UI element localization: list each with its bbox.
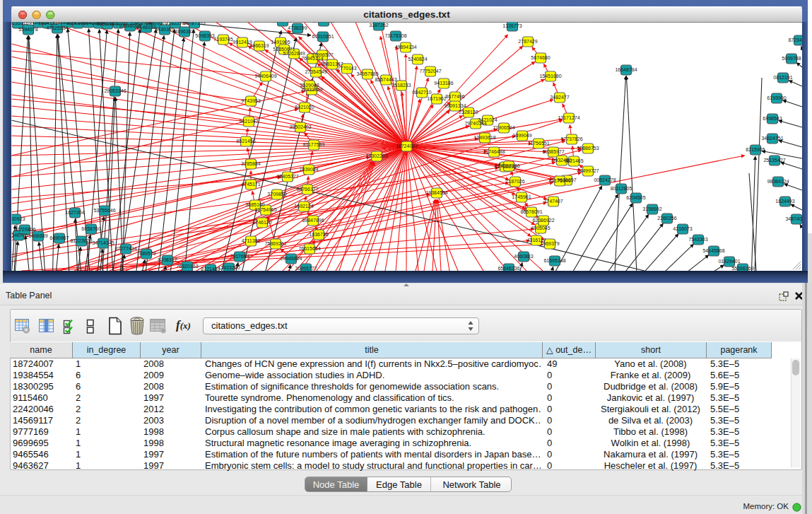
svg-text:13171274: 13171274 [558,115,579,120]
svg-text:62386922: 62386922 [532,218,554,223]
svg-text:0842710: 0842710 [412,90,431,95]
svg-text:5430391: 5430391 [155,27,174,32]
svg-text:01429401: 01429401 [718,259,740,264]
svg-text:9421047: 9421047 [239,119,258,124]
svg-text:6998543: 6998543 [763,116,782,121]
svg-text:8148932: 8148932 [136,25,155,30]
svg-text:7770143: 7770143 [337,66,356,71]
svg-text:7182278: 7182278 [165,21,184,25]
svg-text:76615654: 76615654 [298,246,320,251]
svg-text:81177589: 81177589 [303,142,325,147]
svg-text:71756551: 71756551 [527,141,549,146]
svg-text:29053346: 29053346 [104,88,126,93]
svg-text:1491905: 1491905 [271,40,290,45]
svg-text:4005045: 4005045 [531,226,550,230]
svg-text:7839084: 7839084 [299,167,318,172]
svg-text:3482477: 3482477 [550,95,569,100]
svg-text:53755646: 53755646 [93,208,115,213]
svg-text:55886753: 55886753 [577,146,599,151]
svg-text:5466889: 5466889 [28,233,47,238]
svg-text:76320163: 76320163 [176,264,198,269]
svg-text:7346706: 7346706 [8,233,28,238]
svg-text:96405377: 96405377 [276,174,298,179]
svg-text:23302203: 23302203 [365,153,387,158]
svg-text:6658760: 6658760 [81,226,100,231]
svg-text:81223623: 81223623 [70,238,92,243]
svg-text:8708317: 8708317 [158,257,177,262]
svg-text:80112805: 80112805 [611,186,632,191]
svg-text:34714345: 34714345 [92,240,114,245]
svg-text:7917693: 7917693 [230,254,249,259]
svg-text:3747407: 3747407 [543,199,563,204]
svg-text:6690967: 6690967 [49,235,69,240]
svg-text:27354549: 27354549 [305,69,326,74]
svg-text:37996507: 37996507 [311,52,333,57]
svg-text:18724007: 18724007 [396,144,418,148]
svg-text:74367136: 74367136 [498,163,519,168]
svg-text:71906594: 71906594 [493,125,514,130]
svg-text:2260256: 2260256 [657,216,676,221]
svg-text:86578091: 86578091 [520,209,542,214]
svg-text:5674680: 5674680 [531,55,550,60]
svg-text:57262849: 57262849 [283,51,305,56]
svg-text:55698169: 55698169 [731,266,753,271]
svg-text:2328120: 2328120 [459,110,478,115]
svg-text:32931839: 32931839 [300,87,322,92]
svg-text:1746120: 1746120 [252,220,271,225]
svg-text:13433200: 13433200 [218,265,240,270]
svg-text:60385977: 60385977 [542,149,564,154]
svg-text:5009788: 5009788 [782,56,801,61]
svg-text:1034131: 1034131 [38,21,57,25]
svg-text:28809570: 28809570 [146,21,167,25]
svg-text:1031051: 1031051 [273,18,292,23]
svg-text:61595148: 61595148 [543,258,565,263]
svg-text:2787429: 2787429 [518,39,537,44]
svg-text:2421024: 2421024 [478,117,497,122]
svg-text:4738299: 4738299 [288,25,307,30]
svg-text:3685160: 3685160 [245,202,264,207]
svg-text:16648784: 16648784 [615,67,637,72]
svg-text:3387262: 3387262 [369,23,388,28]
svg-text:5098393: 5098393 [195,33,214,38]
svg-text:7543303: 7543303 [688,237,707,242]
svg-text:0812191: 0812191 [773,75,792,80]
svg-text:7889579: 7889579 [136,251,155,256]
svg-text:37631165: 37631165 [313,18,335,23]
svg-text:13493618: 13493618 [473,135,495,140]
svg-text:49894134: 49894134 [394,45,416,49]
svg-text:00524278: 00524278 [594,177,616,182]
svg-text:34957885: 34957885 [356,71,378,76]
svg-text:8215955: 8215955 [746,147,765,152]
svg-text:25135427: 25135427 [763,158,785,163]
svg-text:00766177: 00766177 [296,187,318,192]
svg-text:4966319: 4966319 [249,43,269,48]
svg-text:4060883: 4060883 [514,254,533,259]
svg-text:98084124: 98084124 [767,179,789,184]
svg-text:1836736: 1836736 [309,232,328,237]
svg-text:4711382: 4711382 [242,238,261,243]
svg-text:15451680: 15451680 [539,74,561,78]
svg-text:5594078: 5594078 [18,27,37,32]
svg-text:9821465: 9821465 [564,158,583,163]
svg-text:73178108: 73178108 [384,33,406,38]
svg-text:47525534: 47525534 [46,25,68,30]
svg-text:69847896: 69847896 [302,218,324,223]
svg-text:04499727: 04499727 [577,168,599,173]
svg-text:6193990: 6193990 [767,95,786,100]
svg-text:5240824: 5240824 [408,57,427,62]
svg-text:67737826: 67737826 [560,136,582,141]
svg-text:4896383: 4896383 [175,29,194,34]
svg-text:1592124: 1592124 [294,204,313,209]
svg-text:4216073: 4216073 [673,226,692,231]
svg-text:82175946: 82175946 [548,178,570,183]
svg-text:54145868: 54145868 [702,248,724,253]
svg-text:6204505: 6204505 [626,195,645,200]
svg-text:19384554: 19384554 [425,190,447,195]
svg-text:7187026: 7187026 [505,179,524,184]
svg-text:36995777: 36995777 [295,266,317,271]
svg-text:9521456: 9521456 [236,139,255,144]
svg-text:3285884: 3285884 [241,161,260,166]
svg-text:65787133: 65787133 [183,21,205,25]
svg-text:34624751: 34624751 [761,136,783,141]
svg-text:67010651: 67010651 [312,34,334,39]
